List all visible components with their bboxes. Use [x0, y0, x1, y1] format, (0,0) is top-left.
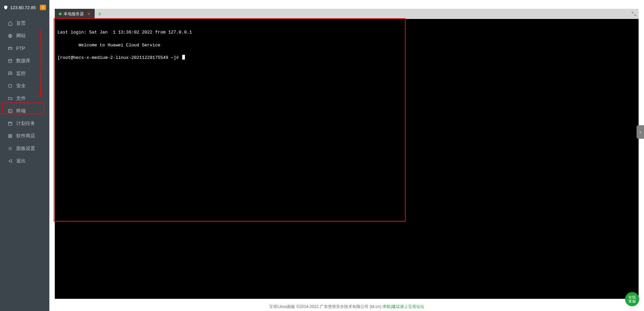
fullscreen-button[interactable]	[629, 9, 639, 19]
globe-icon	[7, 33, 13, 39]
ftp-icon	[7, 46, 13, 51]
service-label: 在线 客服	[628, 295, 636, 303]
nav-settings[interactable]: 面板设置	[0, 142, 49, 155]
svg-rect-9	[10, 136, 12, 138]
expand-icon	[631, 11, 637, 17]
plus-icon: +	[98, 10, 102, 18]
terminal-tab-local[interactable]: 本地服务器 ✕	[55, 9, 95, 19]
logout-icon	[7, 158, 13, 164]
svg-rect-7	[10, 134, 12, 136]
nav-label: 退出	[16, 158, 26, 164]
footer: 宝塔Linux面板 ©2014-2022 广东堡塔安全技术有限公司 (bt.cn…	[49, 302, 644, 311]
footer-link[interactable]: 求助|建议请上宝塔论坛	[382, 304, 424, 310]
svg-rect-6	[8, 134, 10, 136]
terminal-prompt: [root@hecs-x-medium-2-linux-202112291755…	[57, 55, 185, 60]
nav-label: 监控	[16, 70, 26, 76]
online-service-button[interactable]: 在线 客服	[625, 292, 639, 306]
database-icon	[7, 58, 13, 64]
svg-point-10	[9, 148, 11, 149]
home-icon	[7, 21, 13, 26]
nav-database[interactable]: 数据库	[0, 54, 49, 67]
nav-label: 安全	[16, 83, 26, 89]
nav-home[interactable]: 首页	[0, 17, 49, 29]
calendar-icon	[7, 121, 13, 126]
folder-icon	[7, 96, 13, 101]
monitor-icon	[7, 71, 13, 76]
nav-label: 软件商店	[16, 133, 35, 139]
status-dot-icon	[59, 13, 62, 15]
nav-security[interactable]: 安全	[0, 80, 49, 92]
footer-text: 宝塔Linux面板 ©2014-2022 广东堡塔安全技术有限公司 (bt.cn…	[269, 304, 381, 310]
svg-rect-5	[8, 122, 12, 125]
shield-icon	[3, 5, 8, 10]
nav-label: 网站	[16, 33, 26, 39]
sidebar-header: 123.60.72.85 0	[0, 0, 49, 15]
nav-label: 计划任务	[16, 120, 35, 127]
nav-monitor[interactable]: 监控	[0, 67, 49, 80]
svg-rect-4	[8, 109, 12, 112]
nav-files[interactable]: 文件	[0, 92, 49, 105]
security-icon	[7, 83, 13, 89]
svg-point-2	[8, 59, 11, 60]
grid-icon	[7, 133, 13, 139]
main: 本地服务器 ✕ + Last login: Sat Jan 1 13:36:02…	[49, 0, 644, 311]
nav-logout[interactable]: 退出	[0, 155, 49, 167]
nav-appstore[interactable]: 软件商店	[0, 130, 49, 142]
nav-cron[interactable]: 计划任务	[0, 117, 49, 130]
nav: 首页 网站 FTP 数据库 监控 安全	[0, 17, 49, 311]
svg-rect-8	[8, 136, 10, 138]
sidebar: 123.60.72.85 0 首页 网站 FTP 数据库 监	[0, 0, 49, 311]
nav-label: FTP	[16, 46, 25, 51]
close-tab-icon[interactable]: ✕	[87, 12, 91, 16]
nav-label: 首页	[16, 20, 26, 26]
tab-label: 本地服务器	[64, 11, 84, 17]
svg-rect-1	[8, 47, 12, 49]
terminal-icon	[7, 108, 13, 114]
terminal-line: Last login: Sat Jan 1 13:36:02 2022 from…	[57, 30, 192, 35]
nav-ftp[interactable]: FTP	[0, 42, 49, 54]
chevron-left-icon: ‹	[640, 129, 641, 135]
add-tab-button[interactable]: +	[95, 9, 105, 19]
terminal-output[interactable]: Last login: Sat Jan 1 13:36:02 2022 from…	[55, 19, 639, 299]
server-ip: 123.60.72.85	[10, 5, 40, 10]
nav-label: 数据库	[16, 58, 30, 64]
notification-badge[interactable]: 0	[40, 5, 46, 10]
nav-label: 面板设置	[16, 146, 35, 152]
cursor-icon	[182, 55, 185, 60]
right-panel-toggle[interactable]: ‹	[637, 125, 644, 139]
nav-terminal[interactable]: 终端	[0, 105, 49, 117]
terminal-line: Welcome to Huawei Cloud Service	[57, 43, 160, 48]
nav-label: 终端	[16, 108, 26, 114]
gear-icon	[7, 146, 13, 151]
nav-label: 文件	[16, 95, 26, 102]
nav-site[interactable]: 网站	[0, 29, 49, 42]
terminal-tabbar: 本地服务器 ✕ +	[55, 9, 639, 19]
